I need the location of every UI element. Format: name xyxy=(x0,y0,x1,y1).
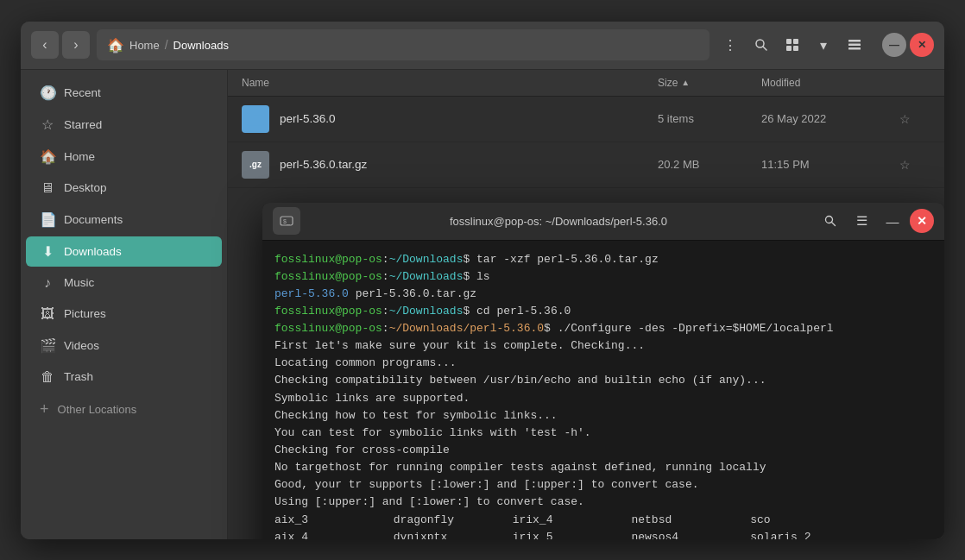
back-button[interactable]: ‹ xyxy=(31,31,59,59)
home-icon: 🏠 xyxy=(107,37,124,53)
view-grid-button[interactable] xyxy=(779,31,806,59)
sidebar-item-pictures-label: Pictures xyxy=(64,307,106,320)
sidebar: 🕐 Recent ☆ Starred 🏠 Home 🖥 Desktop 📄 Do… xyxy=(21,70,228,539)
trash-icon: 🗑 xyxy=(40,369,55,385)
sidebar-item-documents[interactable]: 📄 Documents xyxy=(26,204,222,235)
star-perl-folder[interactable]: ☆ xyxy=(899,112,930,126)
terminal-line-11: You can test for symbolic links with 'te… xyxy=(274,425,932,442)
sidebar-item-downloads[interactable]: ⬇ Downloads xyxy=(26,236,222,267)
terminal-menu-button[interactable]: ☰ xyxy=(848,207,875,235)
sidebar-item-music-label: Music xyxy=(64,276,94,289)
file-modified-perl-tarball: 11:15 PM xyxy=(761,158,899,171)
sidebar-item-recent[interactable]: 🕐 Recent xyxy=(26,78,222,108)
sidebar-item-downloads-label: Downloads xyxy=(64,245,122,258)
terminal-line-6: First let's make sure your kit is comple… xyxy=(274,337,932,355)
view-list-button[interactable] xyxy=(841,31,868,59)
file-size-perl-tarball: 20.2 MB xyxy=(658,158,761,171)
star-perl-tarball[interactable]: ☆ xyxy=(899,158,930,172)
svg-rect-8 xyxy=(848,47,861,50)
home-nav-icon: 🏠 xyxy=(40,148,55,165)
recent-icon: 🕐 xyxy=(40,85,55,101)
sidebar-item-videos-label: Videos xyxy=(64,339,99,352)
sidebar-item-trash-label: Trash xyxy=(64,370,93,383)
sidebar-item-recent-label: Recent xyxy=(64,86,101,99)
header: ‹ › 🏠 Home / Downloads ⋮ xyxy=(21,22,944,70)
terminal-line-5: fosslinux@pop-os:~/Downloads/perl-5.36.0… xyxy=(274,320,932,337)
terminal-line-4: fosslinux@pop-os:~/Downloads$ cd perl-5.… xyxy=(274,303,932,320)
terminal-line-1: fosslinux@pop-os:~/Downloads$ tar -xzf p… xyxy=(274,251,932,268)
terminal-tab-button[interactable]: $_ xyxy=(273,207,300,235)
terminal-header: $_ fosslinux@pop-os: ~/Downloads/perl-5.… xyxy=(262,203,944,241)
sidebar-item-starred[interactable]: ☆ Starred xyxy=(26,110,222,140)
terminal-line-2: fosslinux@pop-os:~/Downloads$ ls xyxy=(274,268,932,286)
minimize-button[interactable]: — xyxy=(882,33,906,57)
file-modified-perl-folder: 26 May 2022 xyxy=(761,112,899,125)
folder-icon xyxy=(242,105,269,133)
terminal-line-16: aix_3 dragonfly irix_4 netbsd sco xyxy=(274,512,932,529)
terminal-close-button[interactable]: ✕ xyxy=(910,209,934,233)
sort-arrow-icon: ▲ xyxy=(681,78,690,87)
sidebar-item-desktop[interactable]: 🖥 Desktop xyxy=(26,173,222,203)
add-icon: + xyxy=(40,400,49,418)
svg-rect-7 xyxy=(848,44,861,47)
downloads-icon: ⬇ xyxy=(40,243,55,260)
close-button[interactable]: ✕ xyxy=(910,33,934,57)
file-row-perl-folder[interactable]: perl-5.36.0 5 items 26 May 2022 ☆ xyxy=(228,97,944,142)
file-manager-window: ‹ › 🏠 Home / Downloads ⋮ xyxy=(21,22,944,539)
terminal-actions: ☰ — ✕ xyxy=(817,207,934,235)
list-view-icon xyxy=(848,38,861,52)
videos-icon: 🎬 xyxy=(40,337,55,354)
search-icon xyxy=(754,38,768,52)
grid-view-icon xyxy=(785,38,799,52)
terminal-title: fosslinux@pop-os: ~/Downloads/perl-5.36.… xyxy=(307,215,810,228)
sidebar-item-videos[interactable]: 🎬 Videos xyxy=(26,330,222,361)
view-dropdown-button[interactable]: ▾ xyxy=(810,31,837,59)
terminal-tab-icon: $_ xyxy=(280,214,293,228)
sidebar-item-documents-label: Documents xyxy=(64,213,123,226)
starred-icon: ☆ xyxy=(40,116,55,133)
forward-button[interactable]: › xyxy=(62,31,90,59)
sidebar-item-other-locations-label: Other Locations xyxy=(58,403,137,416)
sidebar-item-music[interactable]: ♪ Music xyxy=(26,268,222,298)
sidebar-item-home-label: Home xyxy=(64,150,95,163)
svg-rect-5 xyxy=(793,46,798,51)
file-name-perl-folder: perl-5.36.0 xyxy=(280,112,658,125)
terminal-line-15: Using [:upper:] and [:lower:] to convert… xyxy=(274,494,932,511)
terminal-window: $_ fosslinux@pop-os: ~/Downloads/perl-5.… xyxy=(262,203,944,539)
file-row-perl-tarball[interactable]: .gz perl-5.36.0.tar.gz 20.2 MB 11:15 PM … xyxy=(228,142,944,188)
svg-rect-4 xyxy=(786,46,792,51)
file-size-perl-folder: 5 items xyxy=(658,112,761,125)
sidebar-item-desktop-label: Desktop xyxy=(64,181,107,194)
terminal-line-8: Checking compatibility between /usr/bin/… xyxy=(274,372,932,389)
header-actions: ⋮ ▾ xyxy=(716,31,868,59)
breadcrumb-separator: / xyxy=(165,38,168,52)
terminal-body[interactable]: fosslinux@pop-os:~/Downloads$ tar -xzf p… xyxy=(262,241,944,539)
terminal-line-17: aix_4 dynixptx irix_5 newsos4 solaris_2 xyxy=(274,529,932,539)
nav-buttons: ‹ › xyxy=(31,31,90,59)
svg-line-12 xyxy=(832,223,836,226)
desktop-icon: 🖥 xyxy=(40,180,55,196)
sidebar-item-other-locations[interactable]: + Other Locations xyxy=(26,393,222,425)
terminal-line-9: Symbolic links are supported. xyxy=(274,390,932,407)
gz-icon: .gz xyxy=(242,151,269,179)
window-controls: — ✕ xyxy=(882,33,934,57)
file-list-header: Name Size ▲ Modified xyxy=(228,70,944,97)
terminal-line-10: Checking how to test for symbolic links.… xyxy=(274,407,932,425)
terminal-search-icon xyxy=(824,215,836,227)
sidebar-item-trash[interactable]: 🗑 Trash xyxy=(26,362,222,392)
sidebar-item-pictures[interactable]: 🖼 Pictures xyxy=(26,299,222,329)
terminal-search-button[interactable] xyxy=(817,207,844,235)
svg-rect-3 xyxy=(793,39,798,44)
terminal-line-14: Good, your tr supports [:lower:] and [:u… xyxy=(274,476,932,494)
sidebar-item-home[interactable]: 🏠 Home xyxy=(26,142,222,172)
music-icon: ♪ xyxy=(40,275,55,291)
file-name-perl-tarball: perl-5.36.0.tar.gz xyxy=(280,158,658,171)
search-button[interactable] xyxy=(747,31,775,59)
terminal-minimize-button[interactable]: — xyxy=(879,207,906,235)
terminal-line-12: Checking for cross-compile xyxy=(274,442,932,459)
documents-icon: 📄 xyxy=(40,211,55,228)
column-name-header: Name xyxy=(242,77,658,89)
menu-button[interactable]: ⋮ xyxy=(716,31,744,59)
svg-text:$_: $_ xyxy=(283,218,290,225)
column-modified-header: Modified xyxy=(761,77,899,89)
